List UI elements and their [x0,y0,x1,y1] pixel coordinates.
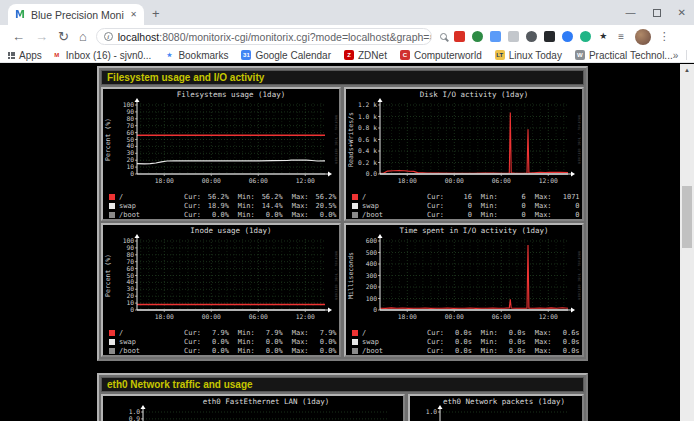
bookmark-item[interactable]: ★Bookmarks [164,50,228,61]
apps-shortcut[interactable]: Apps [8,50,42,61]
chart-disk-io-activity[interactable]: 0.00.2 k0.4 k0.6 k0.8 k1.0 k1.2 k18:0000… [344,87,584,221]
bookmark-items: MInbox (16) - sjvn0...★Bookmarks31Google… [52,50,673,61]
monitorix-favicon-icon: M [15,9,25,20]
svg-text:00:00: 00:00 [445,313,464,320]
home-button[interactable]: ⌂ [79,30,87,43]
reload-button[interactable]: ↻ [58,30,69,43]
profile-avatar[interactable] [635,29,651,45]
legend-stat-value: 0.0s [552,347,580,355]
eye-extension-icon[interactable] [526,31,537,42]
svg-text:18:00: 18:00 [155,177,174,184]
browser-menu-icon[interactable]: ⋮ [659,30,670,43]
legend-stat-value: 7.9% [201,329,229,337]
svg-text:1.2 k: 1.2 k [358,101,377,108]
filesystem-section: Filesystem usage and I/O activity 010203… [97,66,588,361]
legend-color-swatch [352,348,358,354]
minimize-button[interactable]: — [626,7,636,18]
copy-pages-extension-icon[interactable] [490,31,501,42]
legend-row: /bootCur:0.0sMin:0.0sMax:0.0s [346,346,582,355]
legend-series-name: swap [362,338,418,346]
forward-button[interactable]: → [35,30,48,43]
tab-close-icon[interactable]: ✕ [130,10,137,19]
legend-row: /Cur:16Min:6Max:1071 [346,192,582,201]
svg-text:40: 40 [126,142,134,149]
gmail-icon: M [52,50,62,60]
bookmarks-right: » Other bookmarks [673,50,694,61]
legend-stat-label: Cur: [427,211,444,219]
legend-stat-label: Cur: [184,193,201,201]
mail-extension-icon[interactable] [454,31,465,42]
grammarly-extension-icon[interactable] [580,31,591,42]
legend-row: /bootCur:0.0%Min:0.0%Max:0.0% [103,210,339,219]
legend-stat-label: Cur: [427,193,444,201]
bookmark-label: Bookmarks [178,50,228,61]
svg-text:0.8 k: 0.8 k [358,124,377,131]
new-tab-button[interactable]: + [152,4,160,24]
legend-series-name: / [119,329,175,337]
scrollbar[interactable]: ▲ [680,64,694,421]
chart-time-spent-io[interactable]: 010020030040050060018:0000:0006:0012:00T… [344,223,584,357]
scrollbar-up-arrow[interactable]: ▲ [680,64,694,77]
bookmarks-overflow-chevron[interactable]: » [673,50,679,61]
svg-text:0: 0 [373,306,377,313]
bookmark-item[interactable]: MInbox (16) - sjvn0... [52,50,152,61]
legend-stat-value: 16 [444,193,472,201]
legend-stat-label: Cur: [184,211,201,219]
bookmark-item[interactable]: ZZDNet [344,50,387,61]
pin-extension-icon[interactable]: ★ [598,31,609,42]
chart-inode-usage[interactable]: 010203040506070809010018:0000:0006:0012:… [101,223,341,357]
apps-grid-icon [8,52,15,59]
legend-stat-value: 7.9% [309,329,337,337]
window-close-button[interactable]: ✕ [678,7,686,18]
svg-text:200: 200 [366,283,378,290]
dark-reader-extension-icon[interactable] [544,31,555,42]
back-button[interactable]: ← [12,30,25,43]
page-info-icon[interactable]: i [104,32,113,41]
bookmarks-bar: Apps MInbox (16) - sjvn0...★Bookmarks31G… [0,48,694,63]
legend-series-name: /boot [119,211,175,219]
extension-icons: ★≡ [440,31,627,42]
shield-extension-icon[interactable] [472,31,483,42]
legend-series-name: /boot [362,211,418,219]
svg-text:0.9: 0.9 [129,415,141,421]
chart-filesystems-usage[interactable]: 010203040506070809010018:0000:0006:0012:… [101,87,341,221]
url-bar[interactable]: i localhost :8080/monitorix-cgi/monitori… [96,28,432,45]
bookmark-item[interactable]: 31Google Calendar [241,50,331,61]
legend-stat-label: Max: [292,329,309,337]
chart-title: Inode usage (1day) [190,226,271,235]
bookmark-item[interactable]: LTLinux Today [495,50,562,61]
legend-stat-label: Cur: [427,202,444,210]
legend-stat-label: Cur: [427,329,444,337]
scrollbar-thumb[interactable] [682,186,692,248]
svg-text:70: 70 [126,258,134,265]
bookmark-item[interactable]: CComputerworld [400,50,482,61]
svg-text:20: 20 [126,292,134,299]
chart-eth0-packets[interactable]: 1.0eth0 Network packets (1day)Packets/sR… [408,394,584,421]
browser-window: M Blue Precision Monitorix ✕ + — ✕ ← → ↻… [0,0,694,63]
legend-stat-label: Cur: [184,347,201,355]
legend-stat-label: Max: [535,202,552,210]
window-controls: — ✕ [626,0,686,25]
legend-stat-value: 1071 [552,193,580,201]
blue-chat-extension-icon[interactable] [562,31,573,42]
legend-stat-label: Max: [535,211,552,219]
legend-series-name: swap [119,202,175,210]
chart-canvas: 010203040506070809010018:0000:0006:0012:… [103,225,339,327]
bookmark-star-icon: ★ [164,50,174,60]
bookmark-item[interactable]: WPractical Technol... [575,50,673,61]
frame-extension-icon[interactable] [508,31,519,42]
legend-stat-label: Min: [481,329,498,337]
legend-stat-value: 0.0% [309,211,337,219]
browser-tab[interactable]: M Blue Precision Monitorix ✕ [8,4,144,25]
legend-stat-label: Cur: [184,329,201,337]
search-extension-icon[interactable] [440,33,447,40]
legend-color-swatch [109,348,115,354]
tab-title: Blue Precision Monitorix [31,9,124,21]
legend-stat-value: 0.0% [255,211,283,219]
maximize-button[interactable] [653,9,661,17]
svg-text:0.0: 0.0 [366,170,378,177]
chart-eth0-lan[interactable]: 1.00.9eth0 FastEthernet LAN (1day)RRDTOO… [101,394,405,421]
legend-row: /bootCur:0.0%Min:0.0%Max:0.0% [103,346,339,355]
playlist-extension-icon[interactable]: ≡ [616,31,627,42]
legend-stat-label: Min: [481,211,498,219]
